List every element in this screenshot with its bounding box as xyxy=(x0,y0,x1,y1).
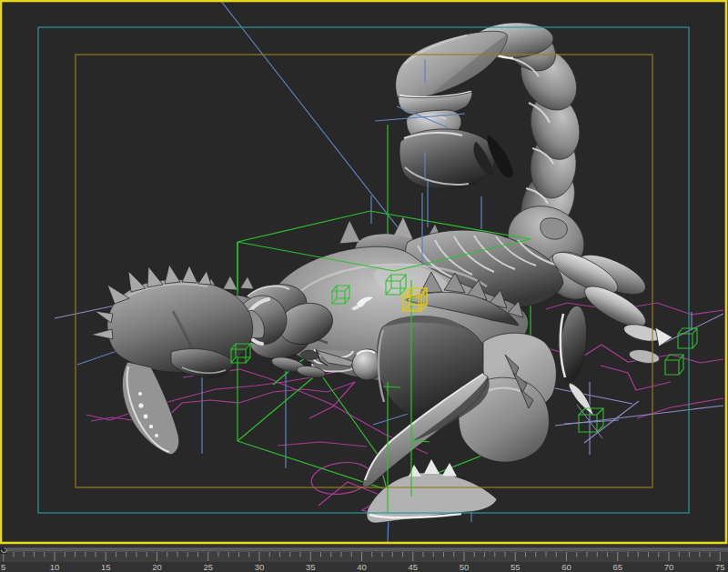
svg-text:35: 35 xyxy=(306,562,316,572)
svg-text:40: 40 xyxy=(357,562,367,572)
svg-text:25: 25 xyxy=(203,562,213,572)
svg-text:30: 30 xyxy=(255,562,265,572)
svg-text:65: 65 xyxy=(612,562,622,572)
svg-text:45: 45 xyxy=(408,562,418,572)
svg-text:50: 50 xyxy=(460,562,470,572)
svg-text:60: 60 xyxy=(561,562,571,572)
svg-text:55: 55 xyxy=(511,562,521,572)
svg-text:10: 10 xyxy=(50,562,60,572)
svg-text:75: 75 xyxy=(715,562,725,572)
svg-text:5: 5 xyxy=(1,562,5,572)
svg-text:15: 15 xyxy=(101,562,111,572)
svg-text:70: 70 xyxy=(664,562,674,572)
svg-text:20: 20 xyxy=(152,562,162,572)
